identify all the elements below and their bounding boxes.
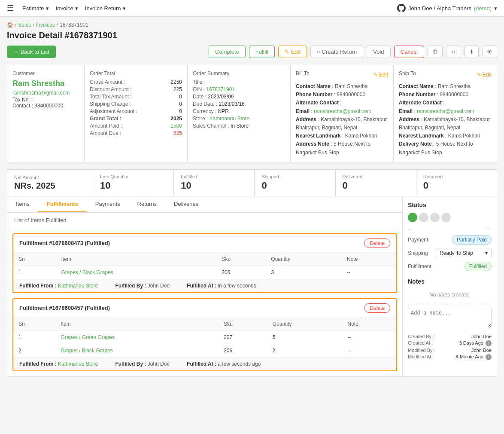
nav-invoice[interactable]: Invoice ▾ — [56, 5, 78, 12]
hamburger-icon[interactable]: ☰ — [7, 3, 14, 13]
ship-landmark: Nearest Landmark : KamalPokhari — [399, 132, 492, 140]
summary-sales-channel: Sales Channel : In Store — [193, 123, 285, 129]
bill-to-edit[interactable]: ✎ Edit — [373, 72, 388, 78]
void-button[interactable]: Void — [367, 46, 390, 58]
customer-tax: Tax No. : -- — [12, 97, 79, 103]
back-to-list-button[interactable]: ← Back to List — [7, 46, 56, 58]
bill-alt-contact: Alternate Contact : — [296, 99, 388, 107]
chevron-down-icon: ▾ — [485, 250, 488, 256]
fulfilled-value: 10 — [181, 180, 247, 191]
customer-email: ramshrestha@gmail.com — [12, 90, 79, 96]
payment-status-row: Payment Partially Paid — [408, 235, 492, 245]
fulfilled-from-1: Fulfilled From : Kathmandu Store — [19, 283, 98, 289]
complete-button[interactable]: Complete — [209, 46, 246, 58]
fulfill-button[interactable]: Fulfill — [249, 46, 275, 58]
cancel-button[interactable]: Cancel — [394, 46, 424, 58]
fulfillment-block-1: Fulfillment #1678608473 (Fulfilled) Dele… — [12, 233, 397, 293]
ship-to-edit[interactable]: ✎ Edit — [477, 72, 492, 78]
returned-col: Returned 0 — [416, 170, 497, 196]
bill-city: Bhaktapur, Bagmati, Nepal — [296, 124, 388, 132]
view-icon-button[interactable]: 👁 — [482, 46, 497, 58]
row-item-1: Grapes / Green Grapes — [55, 330, 219, 344]
breadcrumb-invoices[interactable]: Invoices — [36, 22, 55, 28]
col-sku: Sku — [216, 253, 266, 266]
table-row: 1 Grapes / Black Grapes 206 3 -- — [13, 266, 396, 279]
tab-returns[interactable]: Returns — [129, 196, 166, 212]
shipping-select[interactable]: Ready To Ship ▾ — [436, 248, 492, 258]
user-info[interactable]: John Doe / Alpha Traders (demo) ▾ — [397, 4, 497, 12]
summary-currency: Currency : NPR — [193, 108, 285, 114]
bill-phone: Phone Number : 9840000000 — [296, 91, 388, 99]
fulfilled-col: Fulfilled 10 — [174, 170, 255, 196]
delivered-value: 0 — [343, 180, 409, 191]
table-row: 1 Grapes / Green Grapes 207 5 -- — [13, 330, 396, 344]
create-return-button[interactable]: ○ Create Return — [310, 46, 363, 58]
fulfilled-by-1: Fulfilled By : John Doe — [115, 283, 170, 289]
col-sku-2: Sku — [219, 318, 267, 331]
ship-to-title: Ship To — [399, 70, 416, 76]
tab-fulfillments[interactable]: Fulfillments — [38, 196, 87, 212]
info-icon-created: i — [486, 340, 492, 346]
tab-deliveries[interactable]: Deliveries — [165, 196, 207, 212]
created-by-label: Created By : — [408, 334, 434, 339]
shipped-label: Shipped — [261, 174, 328, 179]
nav-invoice-return[interactable]: Invoice Return ▾ — [85, 5, 126, 12]
delivered-label: Delivered — [343, 174, 409, 179]
customer-name: Ram Shrestha — [12, 79, 79, 88]
fulfillment-label: Fulfillment — [408, 263, 431, 269]
summary-store: Store : Kathmandu Store — [193, 116, 285, 122]
ship-address: Address : Kamalbinayak-10, Bhaktapur — [399, 116, 492, 124]
breadcrumb-id: 1678371901 — [60, 22, 88, 28]
bill-email: Email : ramshrestha@gmail.com — [296, 107, 388, 116]
notes-title: Notes — [408, 278, 492, 285]
bill-address-note: Address Note : 5 House Next to Nagarkot … — [296, 140, 388, 156]
row-sku-1: 207 — [219, 330, 267, 344]
meta-modified-at: Modified At : A Minute Ago i — [408, 354, 492, 360]
status-dot-4 — [441, 213, 451, 222]
stats-bar: Net Amount NRs. 2025 Item Quantity 10 Fu… — [7, 169, 497, 196]
customer-contact: Contact : 9840000000 — [12, 103, 79, 109]
breadcrumb-sales[interactable]: Sales — [18, 22, 31, 28]
item-quantity-col: Item Quantity 10 — [93, 170, 174, 196]
fulfillment-2-delete-button[interactable]: Delete — [364, 303, 390, 313]
nav-estimate[interactable]: Estimate ▾ — [22, 5, 49, 12]
fulfillment-1-delete-button[interactable]: Delete — [364, 238, 390, 248]
status-dot-2 — [419, 213, 428, 222]
order-row-shipping: Shipping Charge : 0 — [90, 101, 182, 107]
tab-payments[interactable]: Payments — [87, 196, 129, 212]
fulfillment-1-title: Fulfillment #1678608473 (Fulfilled) — [19, 240, 110, 246]
row-sn-2: 2 — [13, 344, 55, 357]
shipping-status-row: Shipping Ready To Ship ▾ — [408, 248, 492, 258]
status-dot-3 — [430, 213, 440, 222]
meta-created-at: Created At : 3 Days Ago i — [408, 340, 492, 346]
top-nav: ☰ Estimate ▾ Invoice ▾ Invoice Return ▾ … — [0, 0, 504, 17]
modified-by-label: Modified By : — [408, 348, 435, 353]
list-header: List of Items Fullfilled — [7, 213, 402, 228]
fulfillment-2-header: Fulfillment #1678608457 (Fulfilled) Dele… — [13, 299, 396, 318]
fulfilled-by-2: Fulfilled By : John Doe — [115, 361, 170, 367]
row-sku: 206 — [216, 266, 266, 279]
main-info-grid: Customer Ram Shrestha ramshrestha@gmail.… — [7, 65, 497, 162]
tab-items[interactable]: Items — [7, 196, 38, 212]
ship-city: Bhaktapur, Bagmati, Nepal — [399, 124, 492, 132]
notes-textarea[interactable] — [408, 307, 492, 328]
col-quantity: Quantity — [266, 253, 342, 266]
shipped-value: 0 — [261, 180, 328, 191]
delete-icon-button[interactable]: 🗑 — [428, 46, 443, 58]
order-summary-section: Order Summary Title : O/N : 1678371901 D… — [188, 65, 291, 162]
col-item: Item — [56, 253, 216, 266]
home-icon[interactable]: 🏠 — [7, 22, 13, 28]
github-icon — [397, 4, 406, 12]
order-row-adjustment: Adjustment Amount : 0 — [90, 108, 182, 114]
download-icon-button[interactable]: ⬇ — [465, 46, 479, 58]
row-sn-1: 1 — [13, 330, 55, 344]
print-icon-button[interactable]: 🖨 — [446, 46, 461, 58]
fulfilled-at-1: Fulfilled At : in a few seconds — [187, 283, 256, 289]
edit-button[interactable]: ✎ Edit — [278, 46, 307, 58]
customer-section: Customer Ram Shrestha ramshrestha@gmail.… — [7, 65, 85, 162]
col-sn-2: Sn — [13, 318, 55, 331]
summary-on: O/N : 1678371901 — [193, 86, 285, 92]
returned-value: 0 — [423, 180, 490, 191]
ship-email: Email : ramshrestha@gmail.com — [399, 107, 492, 116]
fulfillment-block-2: Fulfillment #1678608457 (Fulfilled) Dele… — [12, 298, 397, 371]
